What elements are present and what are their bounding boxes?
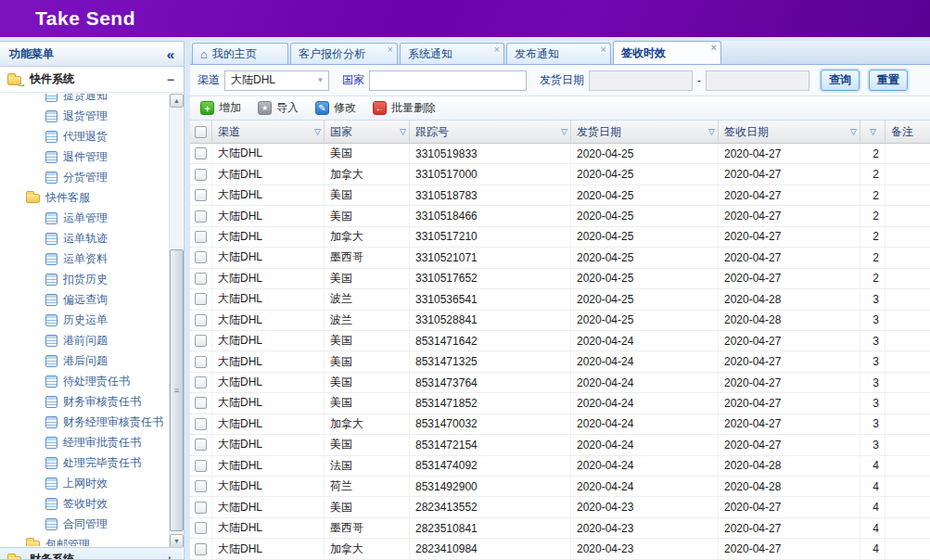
sidebar-item[interactable]: 处理完毕责任书 [0, 452, 168, 473]
row-checkbox[interactable] [195, 480, 207, 492]
close-icon[interactable]: × [494, 45, 500, 55]
close-icon[interactable]: × [388, 45, 393, 55]
row-checkbox[interactable] [195, 293, 207, 305]
sidebar-item[interactable]: 退货管理 [0, 106, 168, 126]
table-row[interactable]: 大陆DHL美国85314721542020-04-242020-04-273 [190, 435, 930, 455]
table-row[interactable]: 大陆DHL美国85314737642020-04-242020-04-273 [190, 373, 930, 393]
table-row[interactable]: 大陆DHL美国85314716422020-04-242020-04-273 [190, 331, 930, 351]
sidebar-item[interactable]: 经理审批责任书 [0, 432, 168, 452]
row-checkbox[interactable] [195, 397, 207, 409]
column-header-ship-date[interactable]: 发货日期 ▽ [571, 121, 719, 143]
table-row[interactable]: 大陆DHL波兰33105288412020-04-252020-04-283 [190, 311, 930, 331]
filter-icon[interactable]: ▽ [870, 127, 876, 136]
chevron-down-icon[interactable]: ▼ [312, 76, 328, 84]
row-checkbox[interactable] [195, 231, 207, 243]
sidebar-item[interactable]: 合同管理 [0, 514, 168, 534]
row-checkbox[interactable] [195, 147, 207, 159]
scroll-down-icon[interactable]: ▼ [170, 534, 184, 548]
column-header-remark[interactable]: 备注 [885, 121, 930, 143]
country-input[interactable] [369, 70, 527, 91]
table-row[interactable]: 大陆DHL美国28234135522020-04-232020-04-274 [190, 497, 930, 517]
sidebar-item[interactable]: 签收时效 [0, 493, 168, 514]
table-row[interactable]: 大陆DHL加拿大28234109842020-04-232020-04-274 [190, 539, 930, 559]
sidebar-item[interactable]: 代理退货 [0, 126, 168, 146]
collapse-sidebar-icon[interactable]: « [167, 46, 174, 62]
sidebar-item[interactable]: 历史运单 [0, 310, 168, 330]
sidebar-item[interactable]: 港前问题 [0, 330, 168, 350]
sidebar-item[interactable]: 偏远查询 [0, 289, 168, 310]
sidebar-root-node[interactable]: → 快件系统 − [0, 67, 184, 93]
table-row[interactable]: 大陆DHL美国33105198332020-04-252020-04-272 [190, 144, 930, 164]
filter-icon[interactable]: ▽ [850, 127, 857, 136]
row-checkbox[interactable] [195, 543, 207, 555]
column-header-country[interactable]: 国家 ▽ [325, 121, 410, 143]
row-checkbox[interactable] [195, 314, 207, 326]
table-row[interactable]: 大陆DHL波兰33105365412020-04-252020-04-283 [190, 289, 930, 310]
table-row[interactable]: 大陆DHL荷兰85314929002020-04-242020-04-284 [190, 477, 930, 497]
date-to-input[interactable] [706, 70, 809, 91]
batch-delete-button[interactable]: ← 批量删除 [368, 98, 440, 118]
sidebar-item[interactable]: 扣货历史 [0, 269, 168, 289]
scrollbar-thumb[interactable]: ≡ [170, 249, 184, 531]
table-row[interactable]: 大陆DHL墨西哥33105210712020-04-252020-04-272 [190, 248, 930, 268]
select-all-checkbox[interactable] [195, 126, 207, 138]
sidebar-item[interactable]: 退件管理 [0, 146, 168, 167]
import-button[interactable]: ★ 导入 [253, 98, 303, 118]
scroll-up-icon[interactable]: ▲ [170, 94, 184, 108]
table-row[interactable]: 大陆DHL加拿大85314700322020-04-242020-04-273 [190, 414, 930, 435]
tab-发布通知[interactable]: 发布通知× [506, 43, 611, 64]
table-row[interactable]: 大陆DHL美国85314713252020-04-242020-04-273 [190, 351, 930, 372]
table-row[interactable]: 大陆DHL墨西哥28235108412020-04-232020-04-274 [190, 518, 930, 539]
row-checkbox[interactable] [195, 418, 207, 430]
filter-icon[interactable]: ▽ [400, 127, 406, 136]
filter-icon[interactable]: ▽ [708, 127, 715, 136]
close-icon[interactable]: × [601, 45, 606, 55]
table-row[interactable]: 大陆DHL美国85314718522020-04-242020-04-273 [190, 393, 930, 414]
row-checkbox[interactable] [195, 356, 207, 368]
column-header-channel[interactable]: 渠道 ▽ [212, 121, 325, 143]
table-row[interactable]: 大陆DHL加拿大33105172102020-04-252020-04-272 [190, 227, 930, 248]
column-header-sign-date[interactable]: 签收日期 ▽ [719, 121, 860, 143]
tab-系统通知[interactable]: 系统通知× [400, 43, 504, 64]
table-row[interactable]: 大陆DHL法国85314740922020-04-242020-04-284 [190, 456, 930, 477]
table-row[interactable]: 大陆DHL美国33105184662020-04-252020-04-272 [190, 206, 930, 226]
row-checkbox[interactable] [195, 439, 207, 451]
sidebar-scrollbar[interactable]: ▲ ≡ ▼ [169, 94, 183, 548]
sidebar-item[interactable]: 包邮管理 [0, 534, 168, 546]
column-header-days[interactable]: ▽ [860, 121, 885, 143]
collapse-node-icon[interactable]: − [167, 72, 174, 87]
row-checkbox[interactable] [195, 189, 207, 201]
tab-我的主页[interactable]: ⌂我的主页 [192, 43, 288, 64]
date-from-input[interactable] [589, 70, 693, 91]
filter-icon[interactable]: ▽ [561, 127, 567, 136]
sidebar-item[interactable]: 港后问题 [0, 350, 168, 371]
sidebar-item[interactable]: 财务审核责任书 [0, 391, 168, 412]
reset-button[interactable]: 重置 [869, 70, 908, 91]
row-checkbox[interactable] [195, 376, 207, 388]
sidebar-item[interactable]: 上网时效 [0, 473, 168, 493]
row-checkbox[interactable] [195, 273, 207, 285]
row-checkbox[interactable] [195, 169, 207, 181]
tab-签收时效[interactable]: 签收时效× [613, 41, 721, 64]
row-checkbox[interactable] [195, 502, 207, 514]
edit-button[interactable]: ✎ 修改 [311, 98, 361, 118]
row-checkbox[interactable] [195, 460, 207, 472]
row-checkbox[interactable] [195, 522, 207, 534]
query-button[interactable]: 查询 [821, 70, 860, 91]
column-header-tracking[interactable]: 跟踪号 ▽ [410, 121, 571, 143]
sidebar-item[interactable]: 快件客服 [0, 187, 168, 208]
sidebar-item[interactable]: 提货通知 [0, 94, 168, 106]
filter-icon[interactable]: ▽ [314, 127, 321, 136]
sidebar-item[interactable]: 分货管理 [0, 167, 168, 187]
sidebar-bottom-node[interactable]: → 财务系统 + [0, 547, 183, 560]
tab-客户报价分析[interactable]: 客户报价分析× [290, 43, 398, 64]
channel-select[interactable]: 大陆DHL ▼ [224, 70, 329, 91]
row-checkbox[interactable] [195, 335, 207, 347]
add-button[interactable]: ＋ 增加 [196, 98, 246, 118]
close-icon[interactable]: × [711, 43, 717, 53]
sidebar-item[interactable]: 运单轨迹 [0, 228, 168, 248]
table-row[interactable]: 大陆DHL美国33105187832020-04-252020-04-272 [190, 185, 930, 206]
sidebar-item[interactable]: 运单管理 [0, 208, 168, 228]
sidebar-item[interactable]: 运单资料 [0, 248, 168, 269]
sidebar-item[interactable]: 待处理责任书 [0, 371, 168, 391]
